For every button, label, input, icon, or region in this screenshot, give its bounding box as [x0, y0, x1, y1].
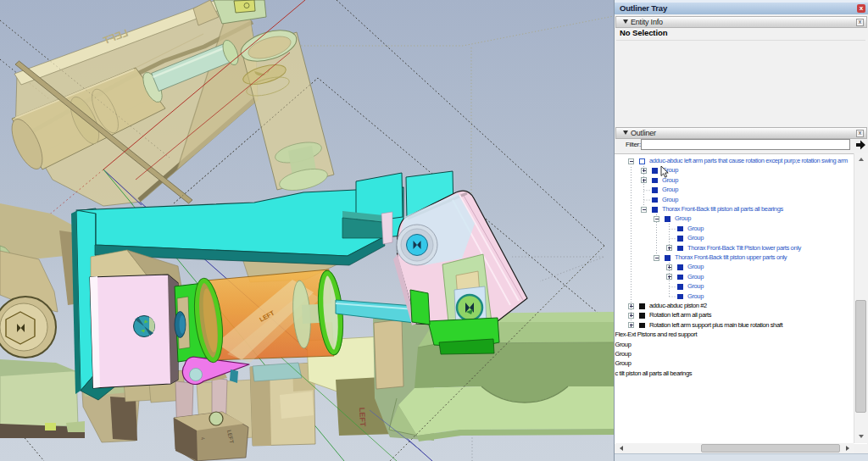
svg-text:LEFT: LEFT [358, 408, 367, 427]
